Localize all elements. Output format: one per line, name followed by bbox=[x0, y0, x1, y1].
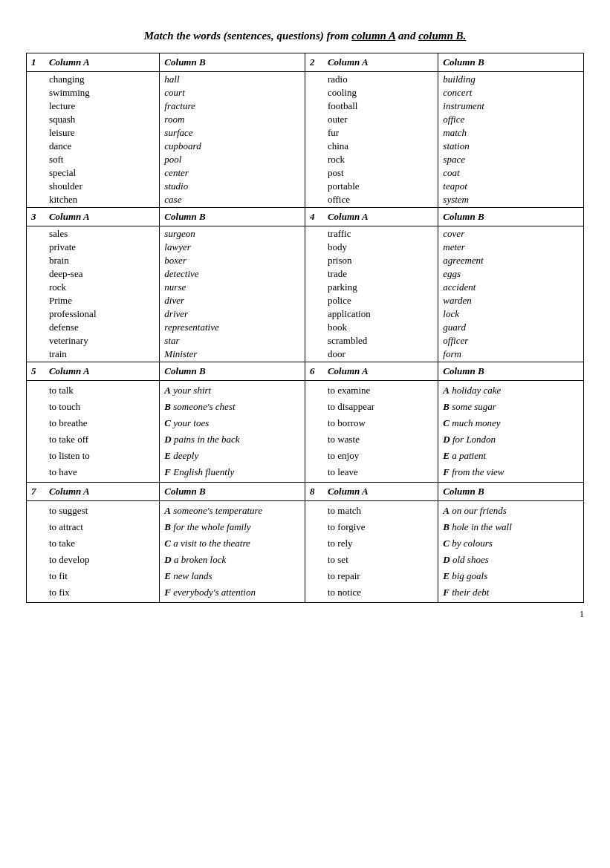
s5-a-4: to take off bbox=[49, 431, 155, 448]
s7-b-3: C a visit to the theatre bbox=[164, 535, 300, 552]
s3-a-6: Prime bbox=[49, 294, 155, 307]
s1-a-7: soft bbox=[49, 153, 155, 166]
s7-a-5: to fit bbox=[49, 568, 155, 584]
s7-a-2: to attract bbox=[49, 519, 155, 535]
s6-b-5: E a patient bbox=[443, 448, 579, 464]
s1-b-4: room bbox=[164, 113, 300, 126]
s1-a-2: swimming bbox=[49, 86, 155, 99]
s1-b-1: hall bbox=[164, 73, 300, 86]
s7-b-6: F everybody's attention bbox=[164, 584, 300, 601]
s1-b-8: center bbox=[164, 166, 300, 180]
s2-a-5: fur bbox=[328, 126, 433, 140]
s2-a-6: china bbox=[328, 140, 433, 153]
s2-b-2: concert bbox=[443, 86, 579, 99]
s1-a-5: leisure bbox=[49, 126, 155, 140]
s3-b-8: representative bbox=[164, 321, 300, 334]
s3-b-10: Minister bbox=[164, 347, 300, 361]
s2-b-3: instrument bbox=[443, 99, 579, 113]
s1-a-8: special bbox=[49, 166, 155, 180]
s2-a-4: outer bbox=[328, 113, 433, 126]
main-table: 1 Column A Column B 2 Column A Column B … bbox=[26, 53, 584, 603]
s5-a-1: to talk bbox=[49, 382, 155, 399]
s7-a-3: to take bbox=[49, 535, 155, 552]
section-6-col-b-header: Column B bbox=[438, 362, 584, 381]
s1-b-6: cupboard bbox=[164, 140, 300, 153]
section-2-num: 2 bbox=[305, 53, 322, 72]
s2-a-2: cooling bbox=[328, 86, 433, 99]
s4-a-1: traffic bbox=[328, 227, 433, 241]
s1-a-10: kitchen bbox=[49, 193, 155, 206]
s7-a-4: to develop bbox=[49, 552, 155, 568]
s8-b-1: A on our friends bbox=[443, 503, 579, 519]
s6-b-6: F from the view bbox=[443, 464, 579, 480]
s1-a-9: shoulder bbox=[49, 180, 155, 193]
s8-a-3: to rely bbox=[328, 535, 433, 552]
s2-b-10: system bbox=[443, 193, 579, 206]
section-6-num: 6 bbox=[305, 362, 322, 381]
section-1-col-b-header: Column B bbox=[160, 53, 305, 72]
s7-a-6: to fix bbox=[49, 584, 155, 601]
s5-a-3: to breathe bbox=[49, 415, 155, 431]
s3-a-5: rock bbox=[49, 281, 155, 294]
section-4-num: 4 bbox=[305, 208, 322, 226]
s4-b-1: cover bbox=[443, 227, 579, 241]
page-number: 1 bbox=[26, 609, 584, 620]
s5-a-5: to listen to bbox=[49, 448, 155, 464]
s4-a-6: police bbox=[328, 294, 433, 307]
table-row: changingswimminglecturesquashleisuredanc… bbox=[27, 72, 584, 208]
s4-a-4: trade bbox=[328, 267, 433, 281]
s3-a-3: brain bbox=[49, 254, 155, 267]
s1-b-7: pool bbox=[164, 153, 300, 166]
s8-b-2: B hole in the wall bbox=[443, 519, 579, 535]
s6-a-6: to leave bbox=[328, 464, 433, 480]
s2-a-8: post bbox=[328, 166, 433, 180]
section-3-col-b-header: Column B bbox=[160, 208, 305, 226]
s4-b-5: accident bbox=[443, 281, 579, 294]
section-4-col-a-header: Column A bbox=[323, 208, 438, 226]
s3-a-2: private bbox=[49, 241, 155, 254]
s8-a-2: to forgive bbox=[328, 519, 433, 535]
s2-a-10: office bbox=[328, 193, 433, 206]
s3-b-4: detective bbox=[164, 267, 300, 281]
s3-b-6: diver bbox=[164, 294, 300, 307]
s8-b-4: D old shoes bbox=[443, 552, 579, 568]
s4-b-8: guard bbox=[443, 321, 579, 334]
s3-a-1: sales bbox=[49, 227, 155, 241]
section-2-col-a-header: Column A bbox=[323, 53, 438, 72]
s2-b-8: coat bbox=[443, 166, 579, 180]
s1-b-10: case bbox=[164, 193, 300, 206]
s3-a-7: professional bbox=[49, 307, 155, 321]
s8-b-5: E big goals bbox=[443, 568, 579, 584]
s4-a-8: book bbox=[328, 321, 433, 334]
s7-b-2: B for the whole family bbox=[164, 519, 300, 535]
s5-b-2: B someone's chest bbox=[164, 399, 300, 415]
s4-a-2: body bbox=[328, 241, 433, 254]
s3-b-9: star bbox=[164, 334, 300, 347]
s3-a-10: train bbox=[49, 347, 155, 361]
section-4-col-b-header: Column B bbox=[438, 208, 584, 226]
s2-b-6: station bbox=[443, 140, 579, 153]
s6-a-3: to borrow bbox=[328, 415, 433, 431]
s2-b-1: building bbox=[443, 73, 579, 86]
s6-b-3: C much money bbox=[443, 415, 579, 431]
section-7-col-a-header: Column A bbox=[45, 483, 160, 501]
s7-b-5: E new lands bbox=[164, 568, 300, 584]
s2-a-9: portable bbox=[328, 180, 433, 193]
table-row: to suggest to attract to take to develop… bbox=[27, 501, 584, 603]
s4-b-7: lock bbox=[443, 307, 579, 321]
s3-b-1: surgeon bbox=[164, 227, 300, 241]
s2-b-7: space bbox=[443, 153, 579, 166]
s4-b-10: form bbox=[443, 347, 579, 361]
s3-b-5: nurse bbox=[164, 281, 300, 294]
s6-a-2: to disappear bbox=[328, 399, 433, 415]
s6-a-1: to examine bbox=[328, 382, 433, 399]
s6-b-4: D for London bbox=[443, 431, 579, 448]
section-2-col-b-header: Column B bbox=[438, 53, 584, 72]
s2-a-7: rock bbox=[328, 153, 433, 166]
s3-b-2: lawyer bbox=[164, 241, 300, 254]
s4-a-7: application bbox=[328, 307, 433, 321]
section-5-col-b-header: Column B bbox=[160, 362, 305, 381]
s2-b-9: teapot bbox=[443, 180, 579, 193]
s6-a-5: to enjoy bbox=[328, 448, 433, 464]
s4-a-3: prison bbox=[328, 254, 433, 267]
